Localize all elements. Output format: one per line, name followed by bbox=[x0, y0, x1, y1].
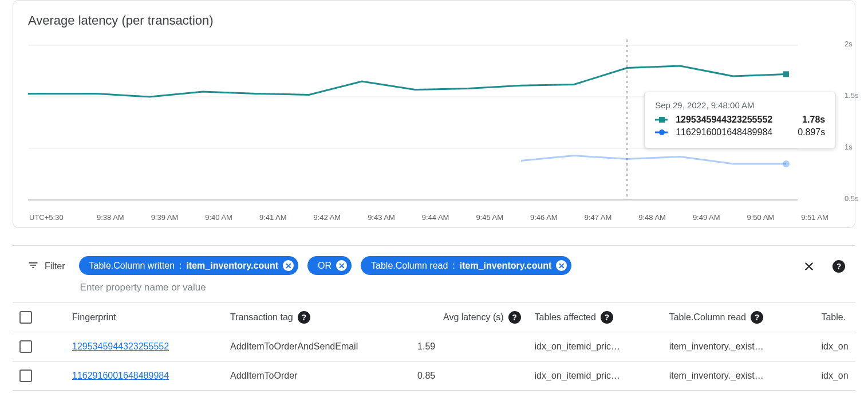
header-overflow[interactable]: Table. bbox=[814, 303, 855, 332]
x-tick-label: 9:50 AM bbox=[747, 213, 775, 222]
filter-chip[interactable]: Table.Column written: item_inventory.cou… bbox=[79, 256, 298, 275]
y-tick-2s: 2s bbox=[845, 40, 853, 48]
x-tick-label: 9:39 AM bbox=[151, 213, 179, 222]
chart-tooltip: Sep 29, 2022, 9:48:00 AM 129534594432325… bbox=[644, 92, 836, 148]
x-tick-label: 9:47 AM bbox=[585, 213, 612, 222]
chip-value: item_inventory.count bbox=[186, 261, 278, 271]
column-read-cell: item_inventory._exist… bbox=[662, 361, 815, 391]
transaction-tag-cell: AddItemToOrderAndSendEmail bbox=[223, 332, 411, 361]
series-marker-square-icon bbox=[655, 116, 668, 123]
tooltip-series-name: 1162916001648489984 bbox=[676, 127, 772, 137]
tables-affected-cell: idx_on_itemid_pric… bbox=[528, 361, 662, 391]
header-avg-latency[interactable]: Avg latency (s)? bbox=[411, 303, 527, 332]
filter-icon bbox=[27, 260, 39, 273]
filter-chip[interactable]: Table.Column read: item_inventory.count✕ bbox=[361, 256, 571, 275]
svg-point-7 bbox=[783, 160, 790, 167]
table-header-row: Fingerprint Transaction tag? Avg latency… bbox=[13, 303, 855, 332]
series-marker-circle-icon bbox=[655, 129, 668, 136]
chart-title: Average latency (per transaction) bbox=[28, 1, 840, 28]
chip-remove-icon[interactable]: ✕ bbox=[336, 260, 347, 271]
x-tick-label: 9:45 AM bbox=[476, 213, 503, 222]
chip-text: OR bbox=[318, 261, 332, 271]
svg-rect-9 bbox=[659, 117, 665, 123]
select-all-checkbox[interactable] bbox=[19, 311, 32, 324]
help-icon[interactable]: ? bbox=[601, 311, 613, 324]
svg-point-11 bbox=[659, 129, 665, 135]
overflow-cell: idx_on bbox=[814, 332, 855, 361]
x-tick-label: 9:41 AM bbox=[259, 213, 287, 222]
y-tick-1s: 1s bbox=[845, 143, 853, 151]
x-tick-label: 9:43 AM bbox=[368, 213, 395, 222]
x-timezone-label: UTC+5:30 bbox=[28, 213, 97, 222]
row-checkbox-cell bbox=[13, 332, 65, 361]
x-tick-label: 9:51 AM bbox=[801, 213, 828, 222]
header-tables-affected[interactable]: Tables affected? bbox=[528, 303, 662, 332]
x-tick-label: 9:44 AM bbox=[422, 213, 449, 222]
header-checkbox-cell bbox=[13, 303, 65, 332]
tooltip-series-value: 1.78s bbox=[802, 115, 825, 125]
tooltip-time: Sep 29, 2022, 9:48:00 AM bbox=[655, 100, 825, 110]
filter-actions: ? bbox=[802, 256, 846, 277]
transaction-tag-cell: AddItemToOrder bbox=[223, 361, 411, 391]
fingerprint-link[interactable]: 1295345944323255552 bbox=[65, 332, 223, 361]
overflow-cell: idx_on bbox=[814, 361, 855, 391]
clear-filter-button[interactable] bbox=[802, 259, 816, 274]
x-tick-label: 9:46 AM bbox=[530, 213, 558, 222]
chart-x-axis: UTC+5:30 9:38 AM9:39 AM9:40 AM9:41 AM9:4… bbox=[28, 213, 840, 222]
help-icon[interactable]: ? bbox=[508, 311, 521, 324]
chip-value: item_inventory.count bbox=[460, 261, 552, 271]
help-icon[interactable]: ? bbox=[751, 311, 763, 324]
latency-chart-card: Average latency (per transaction) 2s 1.5… bbox=[13, 0, 855, 228]
filter-chip-area: Table.Column written: item_inventory.cou… bbox=[79, 256, 802, 297]
avg-latency-cell: 0.85 bbox=[411, 361, 527, 391]
tooltip-row-active: 1295345944323255552 1.78s bbox=[655, 115, 825, 125]
x-tick-label: 9:42 AM bbox=[314, 213, 341, 222]
filter-chip-operator[interactable]: OR✕ bbox=[307, 256, 352, 275]
header-column-read[interactable]: Table.Column read? bbox=[662, 303, 815, 332]
x-tick-container: 9:38 AM9:39 AM9:40 AM9:41 AM9:42 AM9:43 … bbox=[97, 213, 840, 222]
header-fingerprint[interactable]: Fingerprint bbox=[65, 303, 223, 332]
filter-help-button[interactable]: ? bbox=[831, 259, 846, 274]
row-checkbox[interactable] bbox=[19, 370, 32, 382]
results-section: Filter Table.Column written: item_invent… bbox=[13, 245, 855, 391]
close-icon bbox=[802, 260, 816, 273]
y-tick-1-5s: 1.5s bbox=[845, 91, 859, 100]
svg-rect-6 bbox=[783, 71, 789, 77]
row-checkbox-cell bbox=[13, 361, 65, 391]
fingerprint-link[interactable]: 1162916001648489984 bbox=[65, 361, 223, 391]
tooltip-series-name: 1295345944323255552 bbox=[676, 115, 777, 125]
transactions-table: Fingerprint Transaction tag? Avg latency… bbox=[13, 302, 855, 391]
chip-remove-icon[interactable]: ✕ bbox=[283, 260, 294, 271]
y-tick-0-5s: 0.5s bbox=[845, 194, 859, 203]
filter-chip-row: Table.Column written: item_inventory.cou… bbox=[79, 256, 802, 275]
x-tick-label: 9:40 AM bbox=[205, 213, 232, 222]
filter-input[interactable]: Enter property name or value bbox=[79, 278, 802, 297]
avg-latency-cell: 1.59 bbox=[411, 332, 527, 361]
header-transaction-tag[interactable]: Transaction tag? bbox=[223, 303, 411, 332]
x-tick-label: 9:49 AM bbox=[693, 213, 720, 222]
help-icon[interactable]: ? bbox=[298, 311, 310, 324]
row-checkbox[interactable] bbox=[19, 340, 32, 353]
help-icon: ? bbox=[833, 260, 845, 273]
filter-bar: Filter Table.Column written: item_invent… bbox=[13, 253, 855, 298]
table-row: 1295345944323255552AddItemToOrderAndSend… bbox=[13, 332, 855, 361]
chart-plot-area[interactable]: 2s 1.5s 1s 0.5s Sep 29, 2022, 9:48:00 AM… bbox=[28, 34, 840, 207]
column-read-cell: item_inventory._exist… bbox=[662, 332, 815, 361]
filter-label[interactable]: Filter bbox=[27, 256, 65, 277]
tooltip-row: 1162916001648489984 0.897s bbox=[655, 127, 825, 137]
chip-key: Table.Column read bbox=[371, 261, 448, 271]
filter-text: Filter bbox=[45, 261, 65, 272]
x-tick-label: 9:48 AM bbox=[638, 213, 666, 222]
tables-affected-cell: idx_on_itemid_pric… bbox=[528, 332, 662, 361]
table-row: 1162916001648489984AddItemToOrder0.85idx… bbox=[13, 361, 855, 391]
tooltip-series-value: 0.897s bbox=[798, 127, 825, 137]
chip-key: Table.Column written bbox=[89, 261, 175, 271]
x-tick-label: 9:38 AM bbox=[97, 213, 124, 222]
chip-remove-icon[interactable]: ✕ bbox=[556, 260, 567, 271]
